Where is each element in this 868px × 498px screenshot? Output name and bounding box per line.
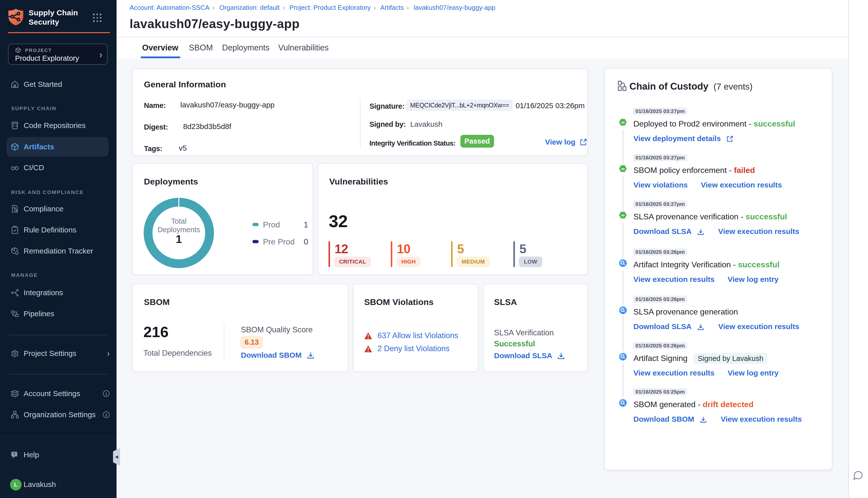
svg-text:∞: ∞	[621, 119, 625, 125]
svg-text:∞: ∞	[621, 212, 625, 218]
svg-text:∞: ∞	[621, 166, 625, 171]
svg-text:?: ?	[13, 452, 16, 456]
